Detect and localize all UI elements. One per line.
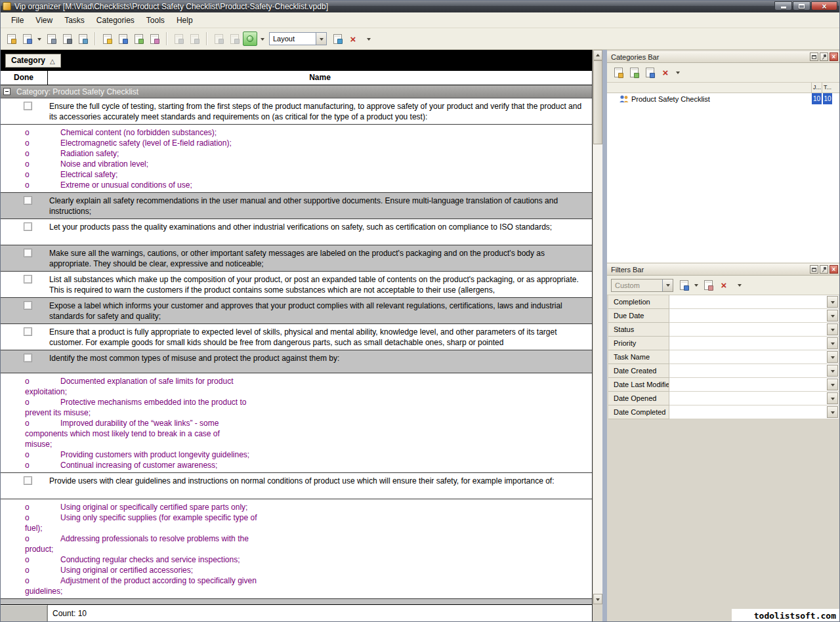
filter-value-combobox[interactable] <box>669 309 839 323</box>
column-header-done[interactable]: Done <box>0 71 48 85</box>
filter-dropdown-button[interactable] <box>827 323 838 335</box>
panel-close-button[interactable] <box>830 52 838 61</box>
task-row[interactable]: Let your products pass the quality exami… <box>0 219 592 245</box>
scroll-up-button[interactable] <box>593 50 602 60</box>
scroll-down-button[interactable] <box>593 594 602 604</box>
task-row[interactable]: Provide users with clear guidelines and … <box>0 473 592 499</box>
filter-value-combobox[interactable] <box>669 323 839 337</box>
delete-filter-icon[interactable]: × <box>717 278 731 293</box>
layout-combobox-dropdown-button[interactable] <box>316 33 326 45</box>
panel-pin-button[interactable] <box>820 265 828 274</box>
bullet-text: misuse; <box>25 440 52 449</box>
filter-value-combobox[interactable] <box>669 364 839 378</box>
task-row[interactable]: Ensure the full cycle of testing, starti… <box>0 98 592 125</box>
task-row[interactable]: Make sure all the warnings, cautions, or… <box>0 245 592 272</box>
task-checkbox[interactable] <box>24 354 32 362</box>
filter-value-combobox[interactable] <box>669 378 839 392</box>
task-row[interactable]: List all substances which make up the co… <box>0 272 592 298</box>
close-button[interactable] <box>811 1 837 10</box>
filter-row: Date Completed <box>608 405 839 419</box>
categories-column-headers: J... T... <box>607 83 840 93</box>
collapse-icon[interactable] <box>3 88 10 95</box>
menu-item-tasks[interactable]: Tasks <box>58 14 91 27</box>
panel-dock-button[interactable] <box>810 52 818 61</box>
filter-preset-combobox[interactable]: Custom <box>611 279 673 292</box>
menu-item-view[interactable]: View <box>30 14 58 27</box>
filter-dropdown-button[interactable] <box>827 337 838 349</box>
grid-scrollbar[interactable] <box>593 50 602 604</box>
edit-category-icon[interactable] <box>642 66 657 80</box>
minimize-button[interactable] <box>774 1 792 10</box>
chevron-down-icon <box>831 411 835 416</box>
panel-splitter[interactable] <box>602 50 607 622</box>
filter-dropdown-button[interactable] <box>827 392 838 404</box>
task-row[interactable]: Ensure that a product is fully appropria… <box>0 324 592 350</box>
filter-value-combobox[interactable] <box>669 392 839 405</box>
panel-pin-button[interactable] <box>820 52 828 61</box>
menu-item-file[interactable]: File <box>5 14 30 27</box>
filter-dropdown-button[interactable] <box>827 296 838 308</box>
task-text: Expose a label which informs your custom… <box>49 301 585 321</box>
print-preview-icon[interactable] <box>75 31 90 46</box>
duplicate-icon[interactable] <box>44 31 58 46</box>
edit-task-icon[interactable] <box>116 31 130 46</box>
task-checkbox[interactable] <box>24 249 32 257</box>
menu-item-tools[interactable]: Tools <box>140 14 171 27</box>
column-header-name[interactable]: Name <box>48 71 592 85</box>
filter-value-combobox[interactable] <box>669 350 839 364</box>
toolbar-more-icon[interactable] <box>362 31 376 46</box>
layout-combobox[interactable]: Layout <box>269 32 327 45</box>
delete-task-icon[interactable]: × <box>346 31 360 46</box>
category-item[interactable]: Product Safety Checklist1010 <box>607 93 840 104</box>
filter-value-combobox[interactable] <box>669 405 839 419</box>
maximize-button[interactable] <box>793 1 810 10</box>
task-checkbox[interactable] <box>24 301 32 310</box>
add-category-icon[interactable] <box>611 66 625 80</box>
task-checkbox[interactable] <box>24 102 32 110</box>
categories-column-2[interactable]: T... <box>822 83 832 93</box>
add-subcategory-icon[interactable] <box>627 66 641 80</box>
task-row[interactable]: Clearly explain all safety recommendatio… <box>0 193 592 219</box>
task-checkbox[interactable] <box>24 476 32 485</box>
task-row[interactable]: Identify the most common types of misuse… <box>0 350 592 373</box>
filter-dropdown-button[interactable] <box>827 406 838 418</box>
apply-filter-icon[interactable] <box>677 278 691 293</box>
task-checkbox[interactable] <box>24 275 32 283</box>
menu-item-categories[interactable]: Categories <box>91 14 140 27</box>
apply-filter-icon-dropdown[interactable] <box>692 278 700 293</box>
panel-close-button[interactable] <box>830 265 838 274</box>
indent-task-icon <box>211 31 226 46</box>
panel-dock-button[interactable] <box>810 265 818 274</box>
layout-view-icon[interactable] <box>243 31 257 46</box>
new-item-icon-dropdown[interactable] <box>35 31 43 46</box>
categories-column-1[interactable]: J... <box>811 83 822 93</box>
sync-icon[interactable] <box>330 31 345 46</box>
layout-view-icon-dropdown[interactable] <box>259 31 266 46</box>
filter-dropdown-button[interactable] <box>827 365 838 377</box>
delete-category-icon[interactable]: × <box>658 66 673 80</box>
new-item-icon[interactable] <box>20 31 34 46</box>
filter-value-combobox[interactable] <box>669 337 839 350</box>
new-task-icon[interactable] <box>100 31 114 46</box>
task-checkbox[interactable] <box>24 327 32 336</box>
menu-item-help[interactable]: Help <box>171 14 199 27</box>
filter-dropdown-button[interactable] <box>827 310 838 321</box>
group-by-category-button[interactable]: Category <box>5 54 61 68</box>
clear-filter-icon[interactable] <box>701 278 715 293</box>
filter-value-combobox[interactable] <box>669 295 839 309</box>
filter-dropdown-button[interactable] <box>827 351 838 363</box>
task-checkbox[interactable] <box>24 222 32 231</box>
filter-preset-dropdown-button[interactable] <box>662 280 673 291</box>
task-checkbox[interactable] <box>24 196 32 205</box>
task-row[interactable]: Expose a label which informs your custom… <box>0 298 592 324</box>
print-icon[interactable] <box>60 31 74 46</box>
category-group-row[interactable]: Category: Product Safety Checklist <box>0 85 592 98</box>
highlight-icon[interactable] <box>147 31 161 46</box>
new-note-icon[interactable] <box>4 31 18 46</box>
delete-category-icon-dropdown[interactable] <box>674 66 681 80</box>
filters-more-icon[interactable] <box>732 278 747 293</box>
toggle-complete-icon[interactable] <box>131 31 146 46</box>
filter-dropdown-button[interactable] <box>827 379 838 390</box>
bullet-text: Protective mechanisms embedded into the … <box>60 398 247 407</box>
scrollbar-thumb[interactable] <box>593 60 602 144</box>
